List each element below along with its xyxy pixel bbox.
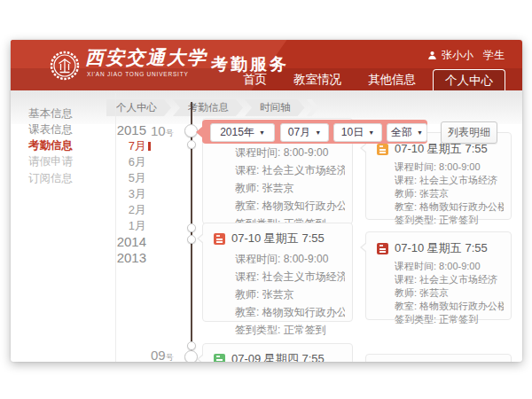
card-row-course: 课程: 社会主义市场经济 [395, 273, 504, 286]
timeline-node [187, 341, 196, 350]
month-dropdown-value: 07月 [288, 125, 310, 140]
user-role: 学生 [483, 48, 505, 63]
user-menu[interactable]: 张小小 学生 [427, 48, 505, 63]
scale-month-jun[interactable]: 6月 [82, 154, 146, 170]
scale-month-jul-active[interactable]: 7月 [82, 138, 146, 154]
day-number: 09 [151, 348, 166, 362]
app-header: 西安交通大学 XI'AN JIAO TONG UNIVERSITY 考勤服务 张… [11, 40, 522, 90]
card-row-signin: 签到类型: 正常签到 [395, 313, 504, 326]
year-dropdown[interactable]: 2015年▼ [210, 123, 275, 142]
card-row-room: 教室: 格物致知行政办公楼 [395, 200, 504, 214]
card-row-signin: 签到类型: 正常签到 [235, 321, 345, 339]
scale-year-2013[interactable]: 2013 [82, 250, 146, 266]
card-details: 课程时间: 8:00-9:00 课程: 社会主义市场经济 教师: 张芸京 教室:… [203, 248, 352, 344]
card-row-time: 课程时间: 8:00-9:00 [395, 260, 504, 273]
card-row-course: 课程: 社会主义市场经济 [235, 268, 345, 286]
day-unit: 号 [166, 129, 174, 137]
university-logo-icon [50, 51, 80, 81]
user-name: 张小小 [442, 48, 473, 63]
card-title-row: 07-10 星期五 7:55 [203, 223, 352, 248]
chevron-down-icon: ▼ [259, 129, 265, 136]
breadcrumb: 个人中心 考勤信息 时间轴 [106, 99, 321, 116]
scale-month-mar[interactable]: 3月 [82, 186, 146, 202]
active-month-tick [148, 142, 151, 151]
timeline-scale: 2015 7月 6月 5月 3月 2月 1月 2014 2013 [82, 122, 146, 266]
scale-year-2014[interactable]: 2014 [82, 234, 146, 250]
nav-classroom[interactable]: 教室情况 [280, 68, 355, 90]
timeline-node [187, 223, 196, 232]
attendance-card: 07-10 星期五 7:55 课程时间: 8:00-9:00 课程: 社会主义市… [365, 132, 512, 220]
nav-personal-center-active[interactable]: 个人中心 [433, 69, 505, 90]
day-dropdown[interactable]: 10日▼ [333, 123, 382, 142]
card-row-signin: 签到类型: 正常签到 [395, 214, 504, 227]
timeline-node [184, 350, 198, 362]
calendar-icon [214, 354, 225, 363]
calendar-icon [214, 233, 225, 245]
day-number: 10 [151, 123, 166, 138]
card-row-teacher: 教师: 张芸京 [395, 187, 504, 200]
card-row-course: 课程: 社会主义市场经济 [235, 161, 345, 179]
nav-home[interactable]: 首页 [230, 68, 280, 90]
day-dropdown-value: 10日 [341, 125, 364, 140]
card-row-course: 课程: 社会主义市场经济 [395, 174, 504, 187]
calendar-icon [377, 243, 388, 254]
attendance-card-clipped [365, 354, 512, 362]
person-icon [427, 51, 437, 60]
type-dropdown[interactable]: 全部▼ [387, 123, 427, 142]
card-title: 07-09 星期四 7:55 [231, 351, 325, 362]
university-name-cn: 西安交通大学 [85, 45, 207, 70]
attendance-card: 07-10 星期五 7:55 课程时间: 8:00-9:00 课程: 社会主义市… [202, 223, 353, 322]
scale-month-jan[interactable]: 1月 [82, 218, 146, 234]
day-unit: 号 [166, 353, 174, 362]
scale-month-may[interactable]: 5月 [82, 170, 146, 186]
card-title: 07-10 星期五 7:55 [395, 240, 488, 256]
card-details: 课程时间: 8:00-9:00 课程: 社会主义市场经济 教师: 张芸京 教室:… [366, 258, 511, 332]
page: 西安交通大学 XI'AN JIAO TONG UNIVERSITY 考勤服务 张… [0, 0, 532, 399]
nav-other-info[interactable]: 其他信息 [355, 68, 429, 90]
month-dropdown[interactable]: 07月▼ [280, 123, 329, 142]
chevron-down-icon: ▼ [417, 129, 423, 136]
breadcrumb-timeline[interactable]: 时间轴 [245, 99, 305, 116]
chevron-down-icon: ▼ [315, 129, 321, 136]
scale-year-2015[interactable]: 2015 [82, 122, 146, 138]
day-label-09: 09号 [151, 348, 174, 362]
card-row-room: 教室: 格物致知行政办公楼 [235, 303, 345, 321]
calendar-icon [377, 144, 388, 155]
attendance-card: 07-10 星期五 7:55 课程时间: 8:00-9:00 课程: 社会主义市… [365, 231, 512, 320]
card-row-time: 课程时间: 8:00-9:00 [395, 160, 504, 174]
card-row-teacher: 教师: 张芸京 [235, 286, 345, 303]
card-title-row: 07-09 星期四 7:55 [203, 344, 352, 362]
card-row-teacher: 教师: 张芸京 [235, 179, 345, 197]
card-title-row: 07-10 星期五 7:55 [366, 232, 511, 258]
card-row-room: 教室: 格物致知行政办公楼 [395, 300, 504, 313]
year-dropdown-value: 2015年 [220, 125, 254, 140]
university-name-en: XI'AN JIAO TONG UNIVERSITY [87, 71, 189, 77]
attendance-card: 07-09 星期四 7:55 [202, 343, 353, 362]
card-row-room: 教室: 格物致知行政办公楼 [235, 197, 345, 215]
timeline-node [187, 235, 196, 244]
timeline-node [187, 140, 196, 149]
card-details: 课程时间: 8:00-9:00 课程: 社会主义市场经济 教师: 张芸京 教室:… [366, 159, 511, 232]
chevron-down-icon: ▼ [368, 129, 374, 136]
card-row-time: 课程时间: 8:00-9:00 [235, 250, 345, 268]
type-dropdown-value: 全部 [391, 125, 412, 140]
card-title: 07-10 星期五 7:55 [231, 231, 325, 246]
breadcrumb-attendance-info[interactable]: 考勤信息 [173, 99, 243, 116]
breadcrumb-trailing-arrow [307, 99, 319, 116]
top-nav: 首页 教室情况 其他信息 个人中心 [230, 68, 505, 90]
list-detail-button[interactable]: 列表明细 [441, 121, 497, 144]
card-row-time: 课程时间: 8:00-9:00 [235, 144, 345, 161]
day-label-10: 10号 [151, 123, 174, 139]
sidebar-item-basic-info[interactable]: 基本信息 [28, 106, 99, 121]
app-window: 西安交通大学 XI'AN JIAO TONG UNIVERSITY 考勤服务 张… [11, 40, 522, 362]
card-row-teacher: 教师: 张芸京 [395, 286, 504, 300]
scale-month-feb[interactable]: 2月 [82, 202, 146, 218]
